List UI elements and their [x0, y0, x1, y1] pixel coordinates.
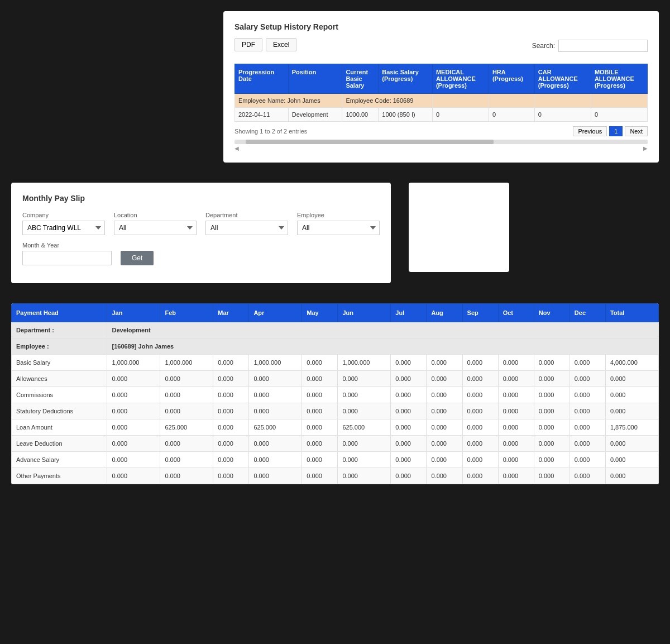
cell-jul: 0.000	[391, 452, 427, 468]
payment-table-panel: Payment Head Jan Feb Mar Apr May Jun Jul…	[11, 303, 659, 484]
location-select[interactable]: All	[114, 221, 197, 235]
month-year-input[interactable]: 2022-09	[22, 251, 112, 265]
cell-may: 0.000	[302, 403, 338, 419]
cell-dec: 0.000	[570, 468, 605, 484]
scroll-left-arrow[interactable]: ◀	[234, 145, 239, 151]
cell-nov: 0.000	[534, 436, 570, 452]
table-row: Loan Amount0.000625.0000.000625.0000.000…	[12, 419, 659, 436]
month-year-label: Month & Year	[22, 242, 112, 249]
cell-mar: 0.000	[213, 371, 249, 387]
dept-value: Development	[107, 322, 659, 338]
cell-jan: 0.000	[107, 371, 160, 387]
cell-feb: 0.000	[160, 436, 213, 452]
location-group: Location All	[114, 212, 197, 235]
cell-total: 0.000	[605, 371, 658, 387]
cell-mar: 0.000	[213, 419, 249, 436]
next-page-button[interactable]: Next	[625, 126, 648, 136]
cell-sep: 0.000	[462, 355, 498, 371]
employee-label: Employee	[297, 212, 380, 218]
employee-select[interactable]: All	[297, 221, 380, 235]
th-jun: Jun	[338, 304, 391, 322]
cell-oct: 0.000	[498, 452, 534, 468]
dept-label: Department :	[12, 322, 107, 338]
cell-oct: 0.000	[498, 387, 534, 403]
th-mar: Mar	[213, 304, 249, 322]
col-hra: HRA(Progress)	[489, 64, 534, 94]
employee-row: Employee : [160689] John James	[12, 338, 659, 355]
cell-jun: 0.000	[338, 403, 391, 419]
cell-total: 0.000	[605, 436, 658, 452]
page-1-button[interactable]: 1	[609, 126, 623, 136]
table-row: 2022-04-11 Development 1000.00 1000 (850…	[235, 108, 648, 122]
cell-current-basic: 1000.00	[342, 108, 379, 122]
cell-may: 0.000	[302, 468, 338, 484]
cell-may: 0.000	[302, 452, 338, 468]
prev-page-button[interactable]: Previous	[573, 126, 607, 136]
cell-aug: 0.000	[427, 387, 462, 403]
cell-aug: 0.000	[427, 355, 462, 371]
cell-jan: 0.000	[107, 387, 160, 403]
salary-history-table: ProgressionDate Position CurrentBasicSal…	[234, 64, 648, 122]
cell-jun: 0.000	[338, 371, 391, 387]
cell-dec: 0.000	[570, 355, 605, 371]
cell-car: 0	[534, 108, 591, 122]
cell-mar: 0.000	[213, 355, 249, 371]
excel-button[interactable]: Excel	[266, 38, 296, 51]
scroll-right-arrow[interactable]: ▶	[643, 145, 648, 151]
col-current-basic: CurrentBasicSalary	[342, 64, 379, 94]
cell-aug: 0.000	[427, 452, 462, 468]
table-row: Basic Salary1,000.0001,000.0000.0001,000…	[12, 355, 659, 371]
cell-mar: 0.000	[213, 387, 249, 403]
cell-may: 0.000	[302, 387, 338, 403]
col-car: CARALLOWANCE(Progress)	[534, 64, 591, 94]
table-row: Allowances0.0000.0000.0000.0000.0000.000…	[12, 371, 659, 387]
department-label: Department	[205, 212, 288, 218]
cell-nov: 0.000	[534, 468, 570, 484]
cell-feb: 625.000	[160, 419, 213, 436]
cell-dec: 0.000	[570, 419, 605, 436]
cell-head: Other Payments	[12, 468, 107, 484]
employee-code: Employee Code: 160689	[342, 94, 433, 108]
cell-dec: 0.000	[570, 436, 605, 452]
get-button[interactable]: Get	[121, 251, 154, 265]
pdf-button[interactable]: PDF	[234, 38, 262, 51]
cell-total: 1,875.000	[605, 419, 658, 436]
cell-jan: 0.000	[107, 403, 160, 419]
cell-head: Allowances	[12, 371, 107, 387]
table-row: Advance Salary0.0000.0000.0000.0000.0000…	[12, 452, 659, 468]
horizontal-scrollbar[interactable]	[234, 140, 648, 144]
emp-label: Employee :	[12, 338, 107, 355]
cell-nov: 0.000	[534, 355, 570, 371]
company-select[interactable]: ABC Trading WLL	[22, 221, 105, 235]
th-dec: Dec	[570, 304, 605, 322]
cell-apr: 0.000	[249, 436, 302, 452]
cell-nov: 0.000	[534, 403, 570, 419]
cell-mar: 0.000	[213, 403, 249, 419]
payment-table: Payment Head Jan Feb Mar Apr May Jun Jul…	[11, 303, 659, 484]
col-medical: MEDICALALLOWANCE(Progress)	[432, 64, 489, 94]
department-group: Department All	[205, 212, 288, 235]
cell-total: 4,000.000	[605, 355, 658, 371]
right-white-panel	[409, 183, 509, 272]
th-nov: Nov	[534, 304, 570, 322]
cell-jul: 0.000	[391, 468, 427, 484]
cell-nov: 0.000	[534, 371, 570, 387]
cell-apr: 0.000	[249, 371, 302, 387]
department-row: Department : Development	[12, 322, 659, 338]
cell-jan: 1,000.000	[107, 355, 160, 371]
department-select[interactable]: All	[205, 221, 288, 235]
th-oct: Oct	[498, 304, 534, 322]
showing-entries: Showing 1 to 2 of 2 entries	[234, 128, 307, 135]
cell-mar: 0.000	[213, 436, 249, 452]
th-jan: Jan	[107, 304, 160, 322]
cell-jul: 0.000	[391, 436, 427, 452]
cell-head: Basic Salary	[12, 355, 107, 371]
cell-nov: 0.000	[534, 419, 570, 436]
search-input[interactable]	[558, 40, 648, 52]
cell-sep: 0.000	[462, 436, 498, 452]
cell-sep: 0.000	[462, 403, 498, 419]
cell-may: 0.000	[302, 371, 338, 387]
cell-sep: 0.000	[462, 419, 498, 436]
th-feb: Feb	[160, 304, 213, 322]
cell-jun: 0.000	[338, 436, 391, 452]
